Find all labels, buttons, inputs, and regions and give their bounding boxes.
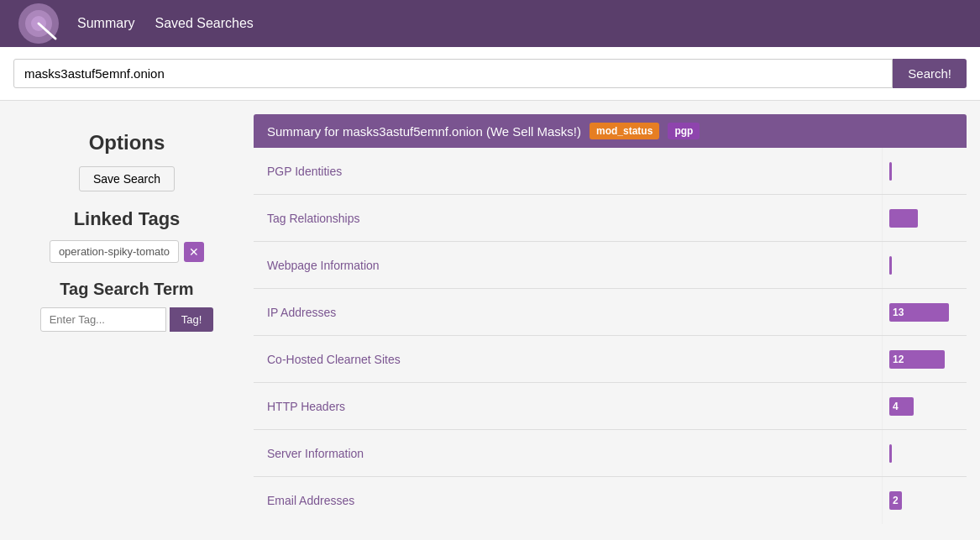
- table-row: Server Information: [254, 430, 967, 477]
- row-count: 13: [893, 303, 904, 322]
- row-bar-container: [883, 195, 967, 241]
- linked-tags-title: Linked Tags: [74, 208, 181, 230]
- row-bar-container: [883, 242, 967, 288]
- nav-saved-searches[interactable]: Saved Searches: [155, 16, 253, 31]
- table-row: IP Addresses13: [254, 289, 967, 336]
- options-title: Options: [89, 131, 165, 155]
- row-count: 12: [893, 350, 904, 369]
- badge-pgp: pgp: [668, 123, 700, 139]
- tag-pill: operation-spiky-tomato: [50, 240, 179, 263]
- sidebar: Options Save Search Linked Tags operatio…: [13, 114, 240, 332]
- badge-mod-status: mod_status: [590, 123, 659, 139]
- tag-remove-button[interactable]: ✕: [184, 242, 204, 262]
- tag-button[interactable]: Tag!: [170, 307, 214, 332]
- row-count: 4: [893, 397, 899, 416]
- save-search-button[interactable]: Save Search: [79, 166, 175, 191]
- summary-header: Summary for masks3astuf5emnf.onion (We S…: [254, 114, 967, 148]
- row-label: Co-Hosted Clearnet Sites: [254, 336, 883, 382]
- row-label: PGP Identities: [254, 148, 883, 194]
- row-bar-container: 2: [883, 477, 967, 524]
- row-bar-container: [883, 148, 967, 194]
- row-label: HTTP Headers: [254, 383, 883, 429]
- content-area: Summary for masks3astuf5emnf.onion (We S…: [254, 114, 967, 524]
- row-label: Tag Relationships: [254, 195, 883, 241]
- table-row: Co-Hosted Clearnet Sites12: [254, 336, 967, 383]
- row-label: Email Addresses: [254, 477, 883, 524]
- navbar: Summary Saved Searches: [0, 0, 980, 47]
- search-button[interactable]: Search!: [893, 59, 967, 88]
- row-label: IP Addresses: [254, 289, 883, 335]
- row-bar-container: 12: [883, 336, 967, 382]
- row-count: 2: [893, 491, 899, 510]
- nav-summary[interactable]: Summary: [77, 16, 134, 31]
- tag-search-title: Tag Search Term: [60, 280, 193, 299]
- table-row: Email Addresses2: [254, 477, 967, 524]
- table-row: Tag Relationships: [254, 195, 967, 242]
- summary-rows: PGP IdentitiesTag RelationshipsWebpage I…: [254, 148, 967, 524]
- search-bar: Search!: [0, 47, 980, 101]
- summary-header-text: Summary for masks3astuf5emnf.onion (We S…: [267, 124, 581, 139]
- main-layout: Options Save Search Linked Tags operatio…: [0, 101, 980, 537]
- app-logo: [17, 2, 60, 45]
- tag-search-row: Tag!: [40, 307, 214, 332]
- row-label: Server Information: [254, 430, 883, 476]
- table-row: Webpage Information: [254, 242, 967, 289]
- table-row: PGP Identities: [254, 148, 967, 195]
- row-label: Webpage Information: [254, 242, 883, 288]
- table-row: HTTP Headers4: [254, 383, 967, 430]
- row-bar-container: 13: [883, 289, 967, 335]
- tag-search-input[interactable]: [40, 307, 166, 332]
- search-input[interactable]: [13, 59, 893, 88]
- row-bar-container: 4: [883, 383, 967, 429]
- tags-row: operation-spiky-tomato ✕: [50, 240, 204, 263]
- row-bar-container: [883, 430, 967, 476]
